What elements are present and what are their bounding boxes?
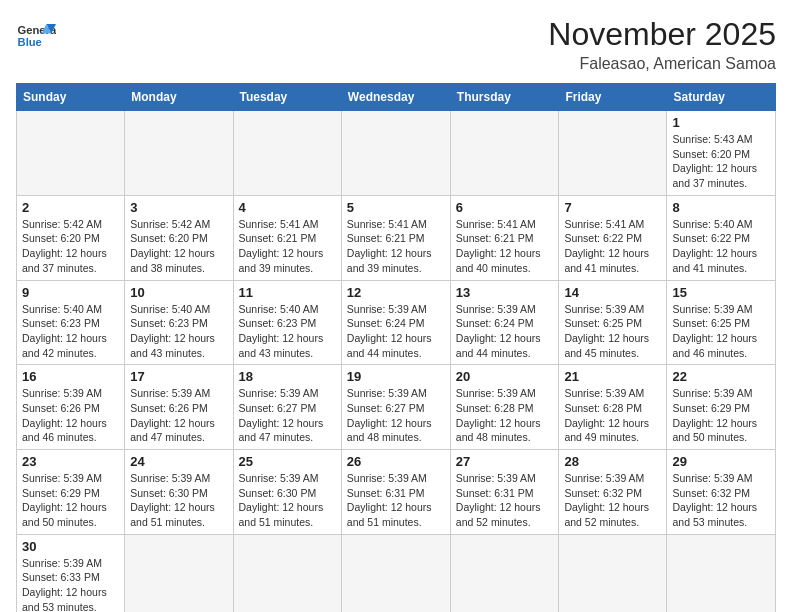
page-header: General Blue November 2025 Faleasao, Ame… <box>16 16 776 73</box>
day-number: 2 <box>22 200 119 215</box>
calendar-week-row: 16Sunrise: 5:39 AM Sunset: 6:26 PM Dayli… <box>17 365 776 450</box>
weekday-header-monday: Monday <box>125 84 233 111</box>
svg-text:Blue: Blue <box>18 36 42 48</box>
day-info: Sunrise: 5:39 AM Sunset: 6:33 PM Dayligh… <box>22 556 119 612</box>
calendar-cell <box>667 534 776 612</box>
day-info: Sunrise: 5:40 AM Sunset: 6:23 PM Dayligh… <box>130 302 227 361</box>
day-info: Sunrise: 5:39 AM Sunset: 6:30 PM Dayligh… <box>130 471 227 530</box>
day-number: 26 <box>347 454 445 469</box>
calendar-cell <box>341 111 450 196</box>
calendar-cell: 10Sunrise: 5:40 AM Sunset: 6:23 PM Dayli… <box>125 280 233 365</box>
logo-icon: General Blue <box>16 16 56 56</box>
day-info: Sunrise: 5:40 AM Sunset: 6:23 PM Dayligh… <box>22 302 119 361</box>
day-info: Sunrise: 5:41 AM Sunset: 6:21 PM Dayligh… <box>239 217 336 276</box>
day-number: 8 <box>672 200 770 215</box>
day-info: Sunrise: 5:39 AM Sunset: 6:32 PM Dayligh… <box>564 471 661 530</box>
day-number: 21 <box>564 369 661 384</box>
calendar-cell <box>450 534 559 612</box>
day-info: Sunrise: 5:39 AM Sunset: 6:26 PM Dayligh… <box>22 386 119 445</box>
day-number: 29 <box>672 454 770 469</box>
calendar-cell: 8Sunrise: 5:40 AM Sunset: 6:22 PM Daylig… <box>667 195 776 280</box>
calendar-cell: 6Sunrise: 5:41 AM Sunset: 6:21 PM Daylig… <box>450 195 559 280</box>
day-number: 15 <box>672 285 770 300</box>
calendar-cell: 21Sunrise: 5:39 AM Sunset: 6:28 PM Dayli… <box>559 365 667 450</box>
calendar-cell: 13Sunrise: 5:39 AM Sunset: 6:24 PM Dayli… <box>450 280 559 365</box>
weekday-header-wednesday: Wednesday <box>341 84 450 111</box>
day-number: 1 <box>672 115 770 130</box>
calendar-cell: 14Sunrise: 5:39 AM Sunset: 6:25 PM Dayli… <box>559 280 667 365</box>
day-info: Sunrise: 5:39 AM Sunset: 6:32 PM Dayligh… <box>672 471 770 530</box>
calendar-cell: 4Sunrise: 5:41 AM Sunset: 6:21 PM Daylig… <box>233 195 341 280</box>
day-number: 6 <box>456 200 554 215</box>
day-info: Sunrise: 5:39 AM Sunset: 6:28 PM Dayligh… <box>564 386 661 445</box>
day-number: 19 <box>347 369 445 384</box>
calendar-cell: 1Sunrise: 5:43 AM Sunset: 6:20 PM Daylig… <box>667 111 776 196</box>
day-info: Sunrise: 5:39 AM Sunset: 6:29 PM Dayligh… <box>22 471 119 530</box>
logo: General Blue <box>16 16 56 56</box>
day-info: Sunrise: 5:39 AM Sunset: 6:29 PM Dayligh… <box>672 386 770 445</box>
calendar-week-row: 1Sunrise: 5:43 AM Sunset: 6:20 PM Daylig… <box>17 111 776 196</box>
day-info: Sunrise: 5:39 AM Sunset: 6:28 PM Dayligh… <box>456 386 554 445</box>
day-number: 9 <box>22 285 119 300</box>
calendar-cell: 19Sunrise: 5:39 AM Sunset: 6:27 PM Dayli… <box>341 365 450 450</box>
weekday-header-row: SundayMondayTuesdayWednesdayThursdayFrid… <box>17 84 776 111</box>
location-title: Faleasao, American Samoa <box>548 55 776 73</box>
calendar-cell: 11Sunrise: 5:40 AM Sunset: 6:23 PM Dayli… <box>233 280 341 365</box>
day-info: Sunrise: 5:42 AM Sunset: 6:20 PM Dayligh… <box>22 217 119 276</box>
day-info: Sunrise: 5:39 AM Sunset: 6:30 PM Dayligh… <box>239 471 336 530</box>
day-number: 5 <box>347 200 445 215</box>
calendar-cell <box>233 111 341 196</box>
calendar-cell: 17Sunrise: 5:39 AM Sunset: 6:26 PM Dayli… <box>125 365 233 450</box>
day-info: Sunrise: 5:39 AM Sunset: 6:24 PM Dayligh… <box>347 302 445 361</box>
day-info: Sunrise: 5:39 AM Sunset: 6:27 PM Dayligh… <box>239 386 336 445</box>
day-number: 25 <box>239 454 336 469</box>
calendar-cell: 5Sunrise: 5:41 AM Sunset: 6:21 PM Daylig… <box>341 195 450 280</box>
weekday-header-thursday: Thursday <box>450 84 559 111</box>
calendar-table: SundayMondayTuesdayWednesdayThursdayFrid… <box>16 83 776 612</box>
day-number: 16 <box>22 369 119 384</box>
calendar-cell <box>17 111 125 196</box>
calendar-week-row: 9Sunrise: 5:40 AM Sunset: 6:23 PM Daylig… <box>17 280 776 365</box>
day-info: Sunrise: 5:40 AM Sunset: 6:23 PM Dayligh… <box>239 302 336 361</box>
calendar-cell: 12Sunrise: 5:39 AM Sunset: 6:24 PM Dayli… <box>341 280 450 365</box>
day-number: 18 <box>239 369 336 384</box>
weekday-header-tuesday: Tuesday <box>233 84 341 111</box>
day-info: Sunrise: 5:41 AM Sunset: 6:21 PM Dayligh… <box>456 217 554 276</box>
day-info: Sunrise: 5:39 AM Sunset: 6:24 PM Dayligh… <box>456 302 554 361</box>
calendar-cell: 28Sunrise: 5:39 AM Sunset: 6:32 PM Dayli… <box>559 450 667 535</box>
calendar-cell <box>233 534 341 612</box>
calendar-cell: 22Sunrise: 5:39 AM Sunset: 6:29 PM Dayli… <box>667 365 776 450</box>
day-number: 28 <box>564 454 661 469</box>
calendar-cell: 9Sunrise: 5:40 AM Sunset: 6:23 PM Daylig… <box>17 280 125 365</box>
day-info: Sunrise: 5:41 AM Sunset: 6:21 PM Dayligh… <box>347 217 445 276</box>
calendar-cell: 23Sunrise: 5:39 AM Sunset: 6:29 PM Dayli… <box>17 450 125 535</box>
calendar-cell: 15Sunrise: 5:39 AM Sunset: 6:25 PM Dayli… <box>667 280 776 365</box>
day-info: Sunrise: 5:41 AM Sunset: 6:22 PM Dayligh… <box>564 217 661 276</box>
calendar-cell <box>125 111 233 196</box>
day-number: 27 <box>456 454 554 469</box>
calendar-cell: 20Sunrise: 5:39 AM Sunset: 6:28 PM Dayli… <box>450 365 559 450</box>
day-number: 20 <box>456 369 554 384</box>
day-info: Sunrise: 5:42 AM Sunset: 6:20 PM Dayligh… <box>130 217 227 276</box>
calendar-cell <box>559 111 667 196</box>
calendar-cell: 18Sunrise: 5:39 AM Sunset: 6:27 PM Dayli… <box>233 365 341 450</box>
day-number: 22 <box>672 369 770 384</box>
day-number: 7 <box>564 200 661 215</box>
day-number: 10 <box>130 285 227 300</box>
calendar-cell: 27Sunrise: 5:39 AM Sunset: 6:31 PM Dayli… <box>450 450 559 535</box>
calendar-cell: 16Sunrise: 5:39 AM Sunset: 6:26 PM Dayli… <box>17 365 125 450</box>
day-number: 4 <box>239 200 336 215</box>
day-info: Sunrise: 5:39 AM Sunset: 6:25 PM Dayligh… <box>672 302 770 361</box>
weekday-header-saturday: Saturday <box>667 84 776 111</box>
day-info: Sunrise: 5:40 AM Sunset: 6:22 PM Dayligh… <box>672 217 770 276</box>
title-section: November 2025 Faleasao, American Samoa <box>548 16 776 73</box>
calendar-cell: 3Sunrise: 5:42 AM Sunset: 6:20 PM Daylig… <box>125 195 233 280</box>
calendar-cell <box>341 534 450 612</box>
calendar-week-row: 23Sunrise: 5:39 AM Sunset: 6:29 PM Dayli… <box>17 450 776 535</box>
calendar-cell: 2Sunrise: 5:42 AM Sunset: 6:20 PM Daylig… <box>17 195 125 280</box>
calendar-cell <box>125 534 233 612</box>
calendar-cell: 25Sunrise: 5:39 AM Sunset: 6:30 PM Dayli… <box>233 450 341 535</box>
day-number: 12 <box>347 285 445 300</box>
day-info: Sunrise: 5:43 AM Sunset: 6:20 PM Dayligh… <box>672 132 770 191</box>
calendar-cell: 7Sunrise: 5:41 AM Sunset: 6:22 PM Daylig… <box>559 195 667 280</box>
